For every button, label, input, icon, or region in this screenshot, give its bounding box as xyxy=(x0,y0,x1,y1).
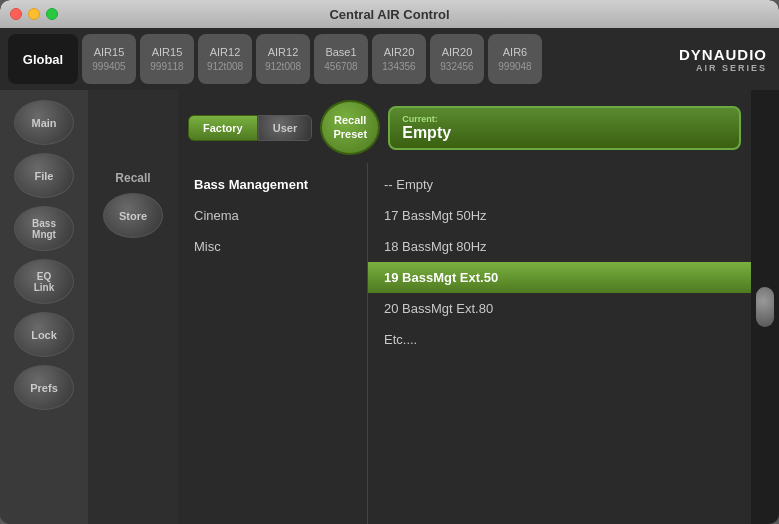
preset-item-20[interactable]: 20 BassMgt Ext.80 xyxy=(368,293,751,324)
main-window: Central AIR Control Global AIR15 999405 … xyxy=(0,0,779,524)
recall-preset-button[interactable]: RecallPreset xyxy=(320,100,380,155)
sidebar-btn-bass-mngt[interactable]: BassMngt xyxy=(14,206,74,251)
tab-device-5[interactable]: AIR20 134356 xyxy=(372,34,426,84)
center-panel: Factory User RecallPreset Current: Empty… xyxy=(178,90,751,524)
preset-header: Factory User RecallPreset Current: Empty xyxy=(178,90,751,163)
preset-item-18[interactable]: 18 BassMgt 80Hz xyxy=(368,231,751,262)
tab-device-1[interactable]: AIR15 999118 xyxy=(140,34,194,84)
sidebar-btn-eq-link[interactable]: EQLink xyxy=(14,259,74,304)
category-cinema[interactable]: Cinema xyxy=(178,200,367,231)
maximize-button[interactable] xyxy=(46,8,58,20)
current-display: Current: Empty xyxy=(388,106,741,150)
presets-panel: -- Empty 17 BassMgt 50Hz 18 BassMgt 80Hz… xyxy=(368,163,751,524)
title-bar: Central AIR Control xyxy=(0,0,779,28)
close-button[interactable] xyxy=(10,8,22,20)
factory-tab[interactable]: Factory xyxy=(188,115,258,141)
factory-user-tabs: Factory User xyxy=(188,115,312,141)
main-content: Main File BassMngt EQLink Lock Prefs Rec… xyxy=(0,90,779,524)
sidebar-btn-prefs[interactable]: Prefs xyxy=(14,365,74,410)
dynaudio-logo: DYNAUDIO AIR SERIES xyxy=(679,46,771,73)
categories-panel: Bass Management Cinema Misc xyxy=(178,163,368,524)
preset-item-etc[interactable]: Etc.... xyxy=(368,324,751,355)
tab-device-0[interactable]: AIR15 999405 xyxy=(82,34,136,84)
window-title: Central AIR Control xyxy=(329,7,449,22)
user-tab[interactable]: User xyxy=(258,115,312,141)
tab-device-4[interactable]: Base1 456708 xyxy=(314,34,368,84)
minimize-button[interactable] xyxy=(28,8,40,20)
recall-store-area: Recall Store xyxy=(88,90,178,524)
left-sidebar: Main File BassMngt EQLink Lock Prefs xyxy=(0,90,88,524)
tab-device-2[interactable]: AIR12 912t008 xyxy=(198,34,252,84)
preset-item-empty[interactable]: -- Empty xyxy=(368,169,751,200)
sidebar-btn-file[interactable]: File xyxy=(14,153,74,198)
traffic-lights xyxy=(10,8,58,20)
store-button[interactable]: Store xyxy=(103,193,163,238)
scrollbar-thumb[interactable] xyxy=(756,287,774,327)
category-bass-management[interactable]: Bass Management xyxy=(178,169,367,200)
current-label: Current: xyxy=(402,114,727,124)
tab-global[interactable]: Global xyxy=(8,34,78,84)
preset-item-17[interactable]: 17 BassMgt 50Hz xyxy=(368,200,751,231)
sidebar-btn-lock[interactable]: Lock xyxy=(14,312,74,357)
panel-columns: Bass Management Cinema Misc -- Empty 17 … xyxy=(178,163,751,524)
preset-item-19[interactable]: 19 BassMgt Ext.50 xyxy=(368,262,751,293)
recall-label: Recall xyxy=(115,171,150,185)
right-scrollbar xyxy=(751,90,779,524)
sidebar-btn-main[interactable]: Main xyxy=(14,100,74,145)
current-value: Empty xyxy=(402,124,727,142)
tab-device-6[interactable]: AIR20 932456 xyxy=(430,34,484,84)
tab-bar: Global AIR15 999405 AIR15 999118 AIR12 9… xyxy=(0,28,779,90)
category-misc[interactable]: Misc xyxy=(178,231,367,262)
tab-device-7[interactable]: AIR6 999048 xyxy=(488,34,542,84)
tab-device-3[interactable]: AIR12 912t008 xyxy=(256,34,310,84)
